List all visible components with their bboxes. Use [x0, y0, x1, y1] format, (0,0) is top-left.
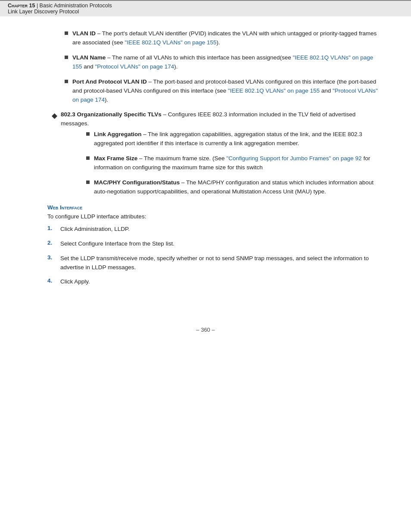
chapter-pipe: | — [35, 3, 39, 9]
port-protocol-text3: ). — [105, 96, 108, 103]
header-chapter-line: Chapter 15 | Basic Administration Protoc… — [8, 3, 403, 9]
step-num-2: 2. — [47, 240, 60, 246]
web-interface-heading: Web Interface — [47, 204, 381, 211]
list-item: MAC/PHY Configuration/Status – The MAC/P… — [86, 178, 381, 196]
diamond-section: ◆ 802.3 Organizationally Specific TLVs –… — [52, 110, 381, 128]
web-interface-intro: To configure LLDP interface attributes: — [47, 212, 381, 221]
list-item: VLAN Name – The name of all VLANs to whi… — [65, 53, 381, 72]
list-item: Port And Protocol VLAN ID – The port-bas… — [65, 78, 381, 105]
square-bullet-icon — [86, 180, 90, 184]
step-num-3: 3. — [47, 254, 60, 261]
step-content-1: Click Administration, LLDP. — [60, 225, 381, 234]
page-footer: – 360 – — [0, 327, 411, 342]
vlan-id-link1[interactable]: "IEEE 802.1Q VLANs" on page 155 — [125, 39, 217, 46]
square-bullet-icon — [65, 31, 68, 35]
inner-bullet-list: Link Aggregation – The link aggregation … — [86, 130, 381, 196]
vlan-id-text2: ). — [217, 39, 220, 46]
diamond-section-content: 802.3 Organizationally Specific TLVs – C… — [61, 110, 381, 128]
square-bullet-icon — [65, 56, 68, 59]
list-item: Max Frame Size – The maximum frame size.… — [86, 154, 381, 172]
dot3-bold: 802.3 Organizationally Specific TLVs — [61, 111, 162, 118]
max-frame-content: Max Frame Size – The maximum frame size.… — [94, 154, 381, 172]
header-subtitle: Link Layer Discovery Protocol — [8, 9, 403, 15]
step-content-3: Set the LLDP transmit/receive mode, spec… — [60, 254, 381, 272]
max-frame-text: – The maximum frame size. (See — [137, 155, 226, 162]
page-header: Chapter 15 | Basic Administration Protoc… — [0, 0, 411, 16]
vlan-name-bold: VLAN Name — [72, 54, 106, 61]
port-protocol-bold: Port And Protocol VLAN ID — [72, 78, 147, 85]
port-protocol-text2: and — [320, 87, 333, 94]
vlan-name-text: – The name of all VLANs to which this in… — [106, 54, 293, 61]
mac-phy-bold: MAC/PHY Configuration/Status — [94, 179, 180, 186]
step-item: 1. Click Administration, LLDP. — [47, 225, 381, 234]
square-bullet-icon — [86, 156, 90, 160]
max-frame-bold: Max Frame Size — [94, 155, 137, 162]
vlan-id-content: VLAN ID – The port's default VLAN identi… — [72, 29, 381, 47]
square-bullet-icon — [65, 80, 68, 83]
list-item: Link Aggregation – The link aggregation … — [86, 130, 381, 148]
outer-bullet-list: VLAN ID – The port's default VLAN identi… — [65, 29, 381, 104]
step-num-1: 1. — [47, 225, 60, 231]
vlan-id-bold: VLAN ID — [72, 30, 96, 37]
step-item: 4. Click Apply. — [47, 277, 381, 286]
chapter-label: Chapter 15 — [8, 3, 35, 9]
diamond-bullet-icon: ◆ — [52, 111, 57, 120]
link-agg-bold: Link Aggregation — [94, 131, 142, 137]
port-protocol-content: Port And Protocol VLAN ID – The port-bas… — [72, 78, 381, 105]
step-num-4: 4. — [47, 277, 60, 284]
list-item: VLAN ID – The port's default VLAN identi… — [65, 29, 381, 47]
step-item: 3. Set the LLDP transmit/receive mode, s… — [47, 254, 381, 272]
vlan-name-text2: and — [82, 63, 95, 70]
mac-phy-content: MAC/PHY Configuration/Status – The MAC/P… — [94, 178, 381, 196]
vlan-id-text: – The port's default VLAN identifier (PV… — [72, 30, 377, 46]
vlan-name-text3: ). — [174, 63, 177, 70]
max-frame-link1[interactable]: "Configuring Support for Jumbo Frames" o… — [226, 155, 361, 162]
step-content-4: Click Apply. — [60, 277, 381, 286]
chapter-title: Basic Administration Protocols — [40, 3, 112, 9]
square-bullet-icon — [86, 132, 90, 136]
page-number: – 360 – — [196, 327, 215, 333]
port-protocol-link1[interactable]: "IEEE 802.1Q VLANs" on page 155 — [228, 87, 320, 94]
step-item: 2. Select Configure Interface from the S… — [47, 240, 381, 249]
vlan-name-content: VLAN Name – The name of all VLANs to whi… — [72, 53, 381, 72]
vlan-name-link2[interactable]: "Protocol VLANs" on page 174 — [95, 63, 174, 70]
link-agg-content: Link Aggregation – The link aggregation … — [94, 130, 381, 148]
step-content-2: Select Configure Interface from the Step… — [60, 240, 381, 249]
page-content: VLAN ID – The port's default VLAN identi… — [0, 16, 411, 309]
step-list: 1. Click Administration, LLDP. 2. Select… — [47, 225, 381, 287]
